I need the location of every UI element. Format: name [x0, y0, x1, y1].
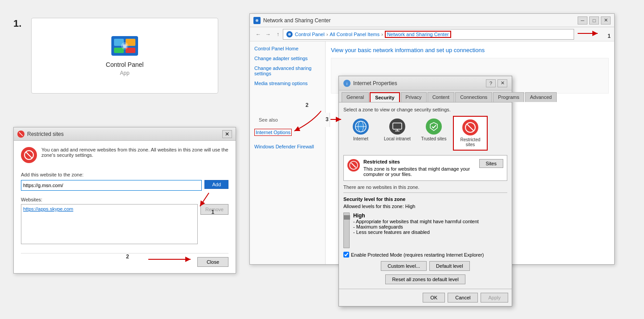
section1-control-panel: ⊞ Control Panel App	[13, 13, 218, 107]
nc-content: Control Panel Home Change adapter settin…	[250, 41, 614, 264]
tab-bar: General Security Privacy Content Connect…	[339, 90, 512, 102]
slider-track	[343, 213, 350, 248]
dialog-title-icon: i	[343, 80, 351, 87]
zone-internet-icon	[353, 119, 369, 135]
dialog-title-left: i Internet Properties	[343, 80, 397, 87]
dialog-title-text: Internet Properties	[353, 80, 397, 86]
dialog-bottom-btns: Custom level... Default level	[343, 261, 507, 271]
internet-properties-dialog: i Internet Properties ? ✕ General Securi…	[338, 76, 512, 307]
rs-listbox[interactable]: https://apps.skype.com	[21, 204, 198, 244]
minimize-btn[interactable]: ─	[578, 16, 587, 25]
svg-line-22	[467, 124, 473, 131]
zone-desc-title: Restricted sites	[363, 159, 479, 164]
rs-close-icon-btn[interactable]: ✕	[222, 130, 232, 138]
window-titlebar: Network and Sharing Center ─ □ ✕	[250, 14, 614, 27]
security-bullet-2: - Less secure features are disabled	[353, 229, 430, 235]
rs-close-action-btn[interactable]: Close	[197, 257, 228, 267]
arrow2-svg	[272, 109, 326, 135]
section3-restricted-sites: Restricted sites ✕ You can add and remov…	[13, 127, 240, 303]
card-subtitle: App	[120, 70, 129, 76]
forward-btn[interactable]: →	[263, 29, 273, 39]
arrow1-annotation: 1	[578, 29, 611, 39]
slider-thumb[interactable]	[344, 215, 350, 220]
rs-add-label: Add this website to the zone:	[21, 172, 228, 177]
dialog-content: 3 Select a zone to view or change securi…	[339, 102, 512, 289]
dialog-close-btn[interactable]: ✕	[497, 79, 507, 87]
arrow3-annotation: 3	[326, 116, 344, 123]
zone-trusted-icon	[426, 119, 442, 135]
sidebar-media-streaming[interactable]: Media streaming options	[254, 81, 321, 86]
svg-point-8	[256, 19, 258, 22]
nc-sidebar: Control Panel Home Change adapter settin…	[250, 41, 326, 264]
close-btn[interactable]: ✕	[601, 16, 611, 25]
arrow1-label: 1	[607, 33, 611, 39]
maximize-btn[interactable]: □	[589, 16, 599, 25]
rs-list-item-0[interactable]: https://apps.skype.com	[23, 206, 196, 212]
rs-close-arrow-container: 2 Close	[197, 257, 228, 267]
security-level-title: Security level for this zone	[343, 196, 507, 202]
back-btn[interactable]: ←	[253, 29, 263, 39]
tab-programs[interactable]: Programs	[493, 92, 524, 102]
breadcrumb-bar: Control Panel › All Control Panel Items …	[283, 29, 574, 40]
no-websites-text: There are no websites in this zone.	[343, 184, 507, 190]
protected-mode-label: Enable Protected Mode (requires restarti…	[351, 252, 484, 258]
control-panel-card[interactable]: ⊞ Control Panel App	[31, 18, 218, 94]
reset-all-btn[interactable]: Reset all zones to default level	[385, 274, 465, 284]
rs-title-left: Restricted sites	[17, 131, 64, 138]
rs-arrow2-svg	[144, 255, 197, 264]
rs-arrow1-label: 1	[211, 209, 214, 215]
dialog-titlebar: i Internet Properties ? ✕	[339, 76, 512, 90]
sidebar-change-adapter[interactable]: Change adapter settings	[254, 56, 321, 61]
zone-internet-label: Internet	[353, 136, 368, 141]
sidebar-control-panel-home[interactable]: Control Panel Home	[254, 46, 321, 51]
zone-restricted-icon	[462, 119, 478, 135]
sidebar-change-advanced[interactable]: Change advanced sharing settings	[254, 65, 321, 76]
tab-privacy[interactable]: Privacy	[401, 92, 427, 102]
zone-desc-box: Restricted sites This zone is for websit…	[343, 155, 507, 181]
titlebar-icon	[253, 17, 261, 24]
sidebar-windows-defender[interactable]: Windows Defender Firewall	[254, 144, 321, 149]
zone-trusted-sites[interactable]: Trusted sites	[416, 116, 451, 151]
custom-level-btn[interactable]: Custom level...	[381, 261, 427, 271]
zone-internet[interactable]: Internet	[343, 116, 378, 151]
dialog-question-btn[interactable]: ?	[486, 79, 496, 87]
rs-add-arrow-container: Add 1	[204, 180, 228, 191]
rs-footer: 2 Close	[21, 253, 228, 267]
tab-advanced[interactable]: Advanced	[525, 92, 557, 102]
svg-text:i: i	[346, 82, 347, 86]
protected-mode-row: Enable Protected Mode (requires restarti…	[343, 252, 507, 258]
window-title: Network and Sharing Center	[263, 17, 578, 24]
zone-restricted-sites[interactable]: Restricted sites	[453, 116, 488, 151]
cancel-btn[interactable]: Cancel	[448, 293, 478, 303]
rs-desc-icon	[21, 147, 37, 163]
rs-add-btn[interactable]: Add	[204, 180, 228, 189]
dialog-action-row: OK Cancel Apply	[339, 289, 512, 306]
rs-arrow2-label: 2	[126, 254, 129, 260]
tab-security[interactable]: Security	[370, 92, 399, 102]
breadcrumb-all-items: All Control Panel Items	[330, 32, 379, 37]
security-high-label: High	[353, 213, 365, 219]
rs-titlebar: Restricted sites ✕	[14, 127, 236, 141]
network-center-window: Network and Sharing Center ─ □ ✕ ← → ↑ C…	[249, 13, 615, 265]
apply-btn[interactable]: Apply	[481, 293, 508, 303]
tab-general[interactable]: General	[342, 92, 369, 102]
protected-mode-checkbox[interactable]	[343, 252, 349, 258]
default-level-btn[interactable]: Default level	[429, 261, 470, 271]
up-btn[interactable]: ↑	[273, 29, 283, 39]
nav-bar: ← → ↑ Control Panel › All Control Panel …	[250, 27, 614, 41]
zone-local-label: Local intranet	[384, 136, 411, 141]
zone-local-intranet[interactable]: Local intranet	[380, 116, 415, 151]
reset-all-container: Reset all zones to default level	[343, 274, 507, 284]
rs-url-input[interactable]	[21, 180, 202, 191]
zone-icons: Internet Local intranet	[343, 116, 507, 151]
zone-restricted-label: Restricted sites	[456, 137, 485, 147]
zone-desc-icon	[347, 159, 360, 172]
tab-connections[interactable]: Connections	[455, 92, 492, 102]
ok-btn[interactable]: OK	[423, 293, 445, 303]
svg-rect-18	[393, 123, 402, 129]
tab-content[interactable]: Content	[428, 92, 455, 102]
svg-text:⊞: ⊞	[123, 44, 126, 49]
zone-desc-content: Restricted sites This zone is for websit…	[363, 159, 503, 177]
nc-main-title: View your basic network information and …	[331, 47, 609, 53]
sites-button[interactable]: Sites	[479, 159, 503, 168]
